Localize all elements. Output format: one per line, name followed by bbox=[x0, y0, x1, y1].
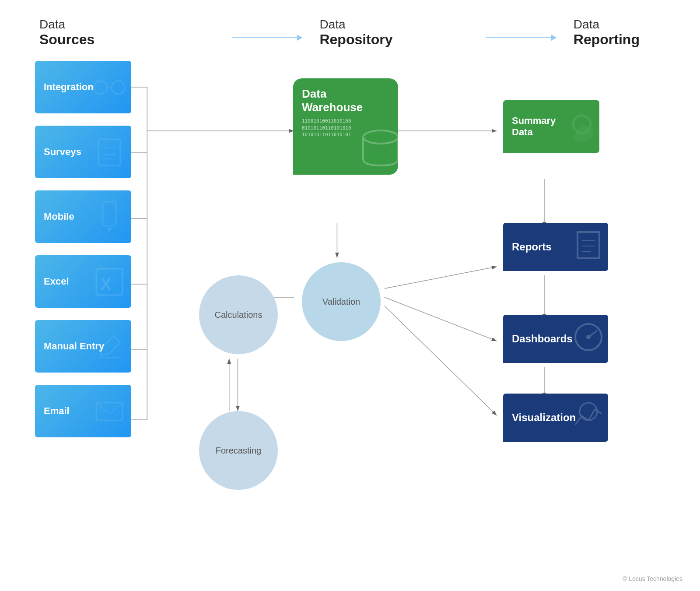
svg-point-21 bbox=[94, 81, 107, 94]
svg-text:X: X bbox=[101, 275, 111, 293]
svg-line-17 bbox=[385, 306, 497, 415]
svg-rect-33 bbox=[96, 403, 122, 420]
summary-data-box: SummaryData bbox=[503, 100, 599, 153]
svg-rect-36 bbox=[578, 232, 599, 258]
visualization-box: Visualization bbox=[503, 394, 608, 442]
source-surveys: Surveys bbox=[35, 126, 131, 178]
svg-rect-28 bbox=[103, 202, 116, 226]
svg-rect-24 bbox=[98, 139, 120, 165]
svg-point-29 bbox=[108, 228, 111, 231]
svg-point-22 bbox=[112, 81, 125, 94]
dashboards-box: Dashboards bbox=[503, 315, 608, 363]
warehouse-label: DataWarehouse bbox=[302, 87, 363, 114]
forecasting-circle: Forecasting bbox=[199, 411, 278, 490]
summary-icon bbox=[567, 113, 597, 151]
source-integration: Integration bbox=[35, 61, 131, 113]
calculations-circle: Calculations bbox=[199, 275, 278, 354]
source-excel: Excel X bbox=[35, 255, 131, 308]
svg-point-43 bbox=[580, 403, 597, 420]
visualization-icon bbox=[571, 398, 606, 442]
integration-icon bbox=[92, 70, 127, 111]
col-header-sources: Data Sources bbox=[39, 18, 179, 48]
validation-circle: Validation bbox=[302, 262, 381, 341]
svg-point-42 bbox=[586, 335, 591, 339]
header-arrow-2 bbox=[486, 37, 556, 38]
warehouse-binary: 11001010011010100 01010110110101010 1010… bbox=[302, 118, 351, 138]
warehouse-icon bbox=[359, 126, 398, 175]
data-warehouse-box: DataWarehouse 11001010011010100 01010110… bbox=[293, 78, 398, 175]
reports-box: Reports bbox=[503, 223, 608, 271]
svg-line-15 bbox=[385, 267, 497, 288]
sources-column: Integration Surveys bbox=[35, 61, 131, 437]
source-email: Email bbox=[35, 385, 131, 437]
source-mobile: Mobile bbox=[35, 190, 131, 243]
surveys-icon bbox=[92, 135, 127, 176]
header-arrow-1 bbox=[232, 37, 302, 38]
copyright: © Locus Technologies bbox=[623, 575, 682, 582]
col-header-repository: Data Repository bbox=[319, 18, 459, 48]
dashboards-icon bbox=[571, 320, 606, 363]
flow-area: Integration Surveys bbox=[26, 52, 674, 551]
svg-point-34 bbox=[363, 130, 398, 144]
summary-label: SummaryData bbox=[512, 115, 556, 138]
diagram-container: Data Sources Data Repository Data Report… bbox=[0, 0, 700, 591]
col-header-reporting: Data Reporting bbox=[574, 18, 674, 48]
source-manual-entry: Manual Entry bbox=[35, 320, 131, 373]
email-icon bbox=[92, 394, 127, 435]
mobile-icon bbox=[92, 200, 127, 241]
svg-line-16 bbox=[385, 297, 497, 341]
excel-icon: X bbox=[92, 264, 127, 306]
reports-icon bbox=[571, 228, 606, 271]
